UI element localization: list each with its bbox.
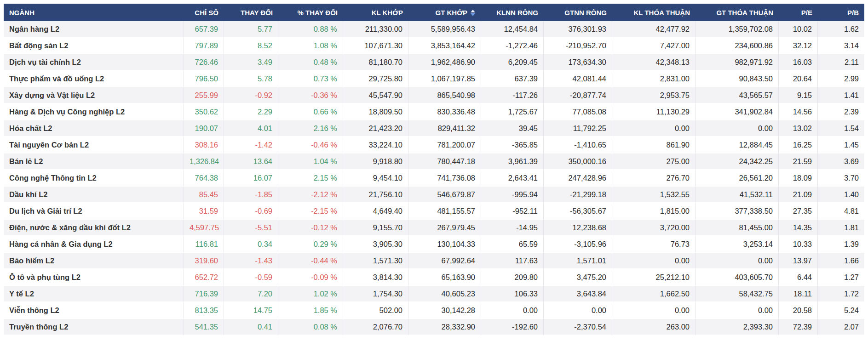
table-row[interactable]: Ô tô và phụ tùng L2652.72-0.59-0.09 %3,8… <box>4 269 864 286</box>
table-row[interactable]: Dịch vụ tài chính L2726.463.490.48 %81,1… <box>4 54 864 71</box>
gt_tt-cell: 234,600.86 <box>696 38 779 54</box>
thay_doi-cell: 7.20 <box>224 286 278 302</box>
kl_khop-cell: 9,454.10 <box>343 170 408 187</box>
chi_so-cell: 85.45 <box>184 187 224 203</box>
table-row[interactable]: Y tế L2716.397.201.02 %1,754.3040,605.23… <box>4 286 864 302</box>
klnn-cell: -14.95 <box>481 220 544 236</box>
pct-cell: 0.29 % <box>278 236 343 253</box>
pe-cell: 16.03 <box>779 54 818 71</box>
column-header-gt_tt[interactable]: GT THỎA THUẬN <box>696 4 779 21</box>
column-header-label: KL THỎA THUẬN <box>634 9 690 17</box>
table-row[interactable]: Thực phẩm và đồ uống L2796.505.780.73 %2… <box>4 71 864 87</box>
gtnn-cell: -1,410.65 <box>544 137 612 153</box>
table-row[interactable]: Bất động sản L2797.898.521.08 %107,671.3… <box>4 38 864 54</box>
column-header-pe[interactable]: P/E <box>779 4 818 21</box>
pct-cell: 2.15 % <box>278 170 343 187</box>
pe-cell: 6.44 <box>779 269 818 286</box>
table-row[interactable]: Dầu khí L285.45-1.85-2.12 %21,756.10546,… <box>4 187 864 203</box>
pe-cell: 10.02 <box>779 21 818 38</box>
klnn-cell: 106.33 <box>481 286 544 302</box>
pb-cell: 1.27 <box>818 269 864 286</box>
gt_tt-cell: 1,359,702.08 <box>696 21 779 38</box>
gt_khop-cell: 865,540.98 <box>408 87 481 104</box>
kl_khop-cell: 81,180.70 <box>343 54 408 71</box>
chi_so-cell: 726.46 <box>184 54 224 71</box>
gt_khop-cell: 28,332.90 <box>408 319 481 335</box>
kl_khop-cell: 18,809.50 <box>343 104 408 120</box>
gtnn-cell: 42,081.44 <box>544 71 612 87</box>
table-row[interactable]: Xây dựng và Vật liệu L2255.99-0.92-0.36 … <box>4 87 864 104</box>
thay_doi-cell: 8.52 <box>224 38 278 54</box>
table-row[interactable]: Hóa chất L2190.074.012.16 %21,423.20829,… <box>4 120 864 137</box>
klnn-cell: 39.45 <box>481 120 544 137</box>
column-header-gt_khop[interactable]: GT KHỚP <box>408 4 481 21</box>
pb-cell: 2.11 <box>818 54 864 71</box>
column-header-kl_tt[interactable]: KL THỎA THUẬN <box>612 4 696 21</box>
gt_khop-cell: 741,736.08 <box>408 170 481 187</box>
pb-cell: 2.99 <box>818 71 864 87</box>
table-row[interactable]: Ngân hàng L2657.395.770.88 %211,330.005,… <box>4 21 864 38</box>
column-header-klnn[interactable]: KLNN RÒNG <box>481 4 544 21</box>
table-row[interactable]: Truyền thông L2541.350.410.08 %2,076.702… <box>4 319 864 335</box>
table-row[interactable]: Hàng cá nhân & Gia dụng L2116.810.340.29… <box>4 236 864 253</box>
pb-cell: 1.54 <box>818 120 864 137</box>
table-row[interactable]: Tài nguyên Cơ bản L2308.16-1.42-0.46 %33… <box>4 137 864 153</box>
sector-name-cell: Điện, nước & xăng dầu khí đốt L2 <box>4 220 184 236</box>
klnn-cell: 117.63 <box>481 253 544 269</box>
pct-cell: -0.09 % <box>278 269 343 286</box>
pct-cell: 0.66 % <box>278 104 343 120</box>
column-header-thay_doi[interactable]: THAY ĐỔI <box>224 4 278 21</box>
column-header-chi_so[interactable]: CHỈ SỐ <box>184 4 224 21</box>
gt_tt-cell: 0.00 <box>696 120 779 137</box>
kl_tt-cell: 7,427.00 <box>612 38 696 54</box>
gtnn-cell: 0.00 <box>544 302 612 319</box>
gt_tt-cell: 43,565.57 <box>696 87 779 104</box>
chi_so-cell: 764.38 <box>184 170 224 187</box>
klnn-cell: 0.00 <box>481 302 544 319</box>
kl_tt-cell: 0.00 <box>612 120 696 137</box>
thay_doi-cell: -0.69 <box>224 203 278 220</box>
thay_doi-cell: 0.41 <box>224 319 278 335</box>
pct-cell: 1.08 % <box>278 38 343 54</box>
gt_tt-cell: 58,432.75 <box>696 286 779 302</box>
column-header-gtnn[interactable]: GTNN RÒNG <box>544 4 612 21</box>
gt_khop-cell: 267,979.45 <box>408 220 481 236</box>
table-row[interactable]: Bảo hiểm L2319.60-1.43-0.44 %1,571.3067,… <box>4 253 864 269</box>
column-header-pct[interactable]: % THAY ĐỔI <box>278 4 343 21</box>
table-row[interactable]: Hàng & Dịch vụ Công nghiệp L2350.622.290… <box>4 104 864 120</box>
table-row[interactable]: Viễn thông L2813.3514.751.85 %502.0030,1… <box>4 302 864 319</box>
gt_tt-cell: 24,342.25 <box>696 153 779 170</box>
thay_doi-cell: 4.01 <box>224 120 278 137</box>
pb-cell: 2.39 <box>818 104 864 120</box>
gtnn-cell: -2,370.54 <box>544 319 612 335</box>
pb-cell: 4.81 <box>818 203 864 220</box>
gt_khop-cell: 781,200.07 <box>408 137 481 153</box>
column-header-label: P/B <box>847 9 859 17</box>
gtnn-cell: -56,305.67 <box>544 203 612 220</box>
chi_so-cell: 716.39 <box>184 286 224 302</box>
chi_so-cell: 657.39 <box>184 21 224 38</box>
column-header-name[interactable]: NGÀNH <box>4 4 184 21</box>
sector-name-cell: Bán lẻ L2 <box>4 153 184 170</box>
gt_tt-cell: 982,971.92 <box>696 54 779 71</box>
gtnn-cell: 376,301.93 <box>544 21 612 38</box>
kl_tt-cell: 1,532.55 <box>612 187 696 203</box>
thay_doi-cell: 5.78 <box>224 71 278 87</box>
pct-cell: 0.08 % <box>278 319 343 335</box>
pct-cell: 1.85 % <box>278 302 343 319</box>
pe-cell: 21.59 <box>779 153 818 170</box>
sector-name-cell: Thực phẩm và đồ uống L2 <box>4 71 184 87</box>
table-row[interactable]: Công nghệ Thông tin L2764.3816.072.15 %9… <box>4 170 864 187</box>
table-row[interactable]: Bán lẻ L21,326.8413.641.04 %9,918.80780,… <box>4 153 864 170</box>
chi_so-cell: 319.60 <box>184 253 224 269</box>
column-header-pb[interactable]: P/B <box>818 4 864 21</box>
column-header-label: THAY ĐỔI <box>241 9 273 17</box>
pe-cell: 21.09 <box>779 187 818 203</box>
table-row[interactable]: Điện, nước & xăng dầu khí đốt L24,597.75… <box>4 220 864 236</box>
table-row[interactable]: Du lịch và Giải trí L231.59-0.69-2.15 %4… <box>4 203 864 220</box>
pct-cell: 0.48 % <box>278 54 343 71</box>
pct-cell: 1.04 % <box>278 153 343 170</box>
column-header-kl_khop[interactable]: KL KHỚP <box>343 4 408 21</box>
thay_doi-cell: 13.64 <box>224 153 278 170</box>
gt_khop-cell: 30,142.28 <box>408 302 481 319</box>
